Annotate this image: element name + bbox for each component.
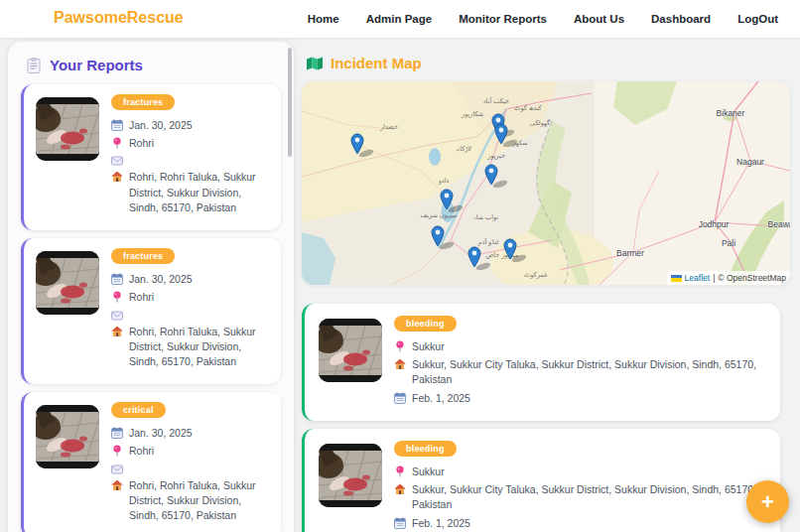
- detail-row: Jan. 30, 2025: [111, 118, 271, 133]
- incident-map-panel: Incident Map: [302, 42, 800, 532]
- detail-row: Sukkur, Sukkur City Taluka, Sukkur Distr…: [394, 357, 766, 387]
- detail-row: Jan. 30, 2025: [111, 272, 271, 287]
- house-icon: [394, 483, 406, 495]
- report-city: Rohri: [129, 444, 154, 459]
- detail-row: Feb. 1, 2025: [394, 516, 766, 531]
- detail-row: Rohri: [111, 136, 271, 151]
- map-marker-icon[interactable]: [440, 189, 466, 212]
- report-address: Rohri, Rohri Taluka, Sukkur District, Su…: [129, 170, 271, 215]
- incidents-list: bleedingSukkurSukkur, Sukkur City Taluka…: [302, 304, 780, 532]
- incident-city: Sukkur: [412, 339, 445, 354]
- leaflet-link[interactable]: Leaflet: [685, 273, 711, 283]
- report-address: Rohri, Rohri Taluka, Sukkur District, Su…: [129, 478, 271, 524]
- clipboard-icon: [26, 58, 42, 73]
- calendar-icon: [111, 119, 123, 131]
- nav-item-logout[interactable]: LogOut: [737, 13, 778, 25]
- incident-address: Sukkur, Sukkur City Taluka, Sukkur Distr…: [412, 482, 766, 512]
- report-address: Rohri, Rohri Taluka, Sukkur District, Su…: [129, 325, 271, 370]
- nav-item-monitor-reports[interactable]: Monitor Reports: [459, 13, 547, 25]
- detail-row: Rohri, Rohri Taluka, Sukkur District, Su…: [111, 325, 271, 370]
- report-card[interactable]: fracturesJan. 30, 2025RohriRohri, Rohri …: [21, 84, 281, 230]
- incident-card[interactable]: bleedingSukkurSukkur, Sukkur City Taluka…: [302, 429, 780, 532]
- mail-icon: [111, 155, 123, 167]
- detail-row: Rohri, Rohri Taluka, Sukkur District, Su…: [111, 170, 271, 215]
- pin-icon: [394, 340, 406, 352]
- detail-row: Rohri, Rohri Taluka, Sukkur District, Su…: [111, 478, 271, 524]
- detail-row: [111, 154, 271, 167]
- detail-row: Rohri: [111, 290, 271, 305]
- house-icon: [394, 358, 406, 370]
- status-badge: bleeding: [394, 316, 457, 332]
- your-reports-label: Your Reports: [50, 57, 143, 73]
- calendar-icon: [394, 392, 406, 404]
- brand-logo[interactable]: PawsomeRescue: [54, 9, 184, 27]
- openstreetmap-link[interactable]: © OpenStreetMap: [718, 273, 786, 283]
- status-badge: bleeding: [394, 441, 457, 457]
- report-card[interactable]: criticalJan. 30, 2025RohriRohri, Rohri T…: [21, 392, 281, 532]
- card-details: fracturesJan. 30, 2025RohriRohri, Rohri …: [111, 248, 271, 372]
- nav-item-about-us[interactable]: About Us: [574, 13, 624, 25]
- detail-row: Sukkur: [394, 339, 766, 354]
- detail-row: [111, 309, 271, 322]
- nav-item-admin-page[interactable]: Admin Page: [366, 13, 432, 25]
- report-city: Rohri: [129, 136, 154, 151]
- incident-date: Feb. 1, 2025: [412, 516, 470, 531]
- incident-address: Sukkur, Sukkur City Taluka, Sukkur Distr…: [412, 357, 766, 387]
- incident-card[interactable]: bleedingSukkurSukkur, Sukkur City Taluka…: [302, 304, 780, 421]
- pin-icon: [111, 291, 123, 303]
- your-reports-title: Your Reports: [26, 57, 294, 73]
- incident-city: Sukkur: [412, 465, 445, 479]
- left-panel-scrollbar[interactable]: [288, 48, 292, 157]
- detail-row: Rohri: [111, 444, 271, 459]
- your-reports-panel: Your Reports fracturesJan. 30, 2025Rohri…: [8, 42, 294, 532]
- report-date: Jan. 30, 2025: [129, 272, 193, 287]
- report-card[interactable]: fracturesJan. 30, 2025RohriRohri, Rohri …: [21, 238, 281, 384]
- map-marker-icon[interactable]: [350, 133, 376, 157]
- map-marker-icon[interactable]: [484, 164, 510, 188]
- report-date: Jan. 30, 2025: [129, 118, 193, 133]
- detail-row: Jan. 30, 2025: [111, 426, 271, 441]
- map-marker-icon[interactable]: [467, 246, 493, 270]
- leaflet-map[interactable]: جیکب آبادکندھ کوٹگھوٹکیشکارپورخضدارسکھرل…: [302, 81, 790, 285]
- attribution-divider: |: [713, 273, 715, 283]
- pin-icon: [111, 137, 123, 149]
- animal-photo: [36, 251, 99, 315]
- animal-photo: [319, 444, 382, 507]
- add-report-fab[interactable]: +: [746, 480, 789, 523]
- status-badge: fractures: [111, 94, 175, 110]
- report-city: Rohri: [129, 290, 154, 305]
- house-icon: [111, 171, 123, 183]
- report-date: Jan. 30, 2025: [129, 426, 193, 441]
- animal-photo: [319, 319, 382, 382]
- map-attribution: Leaflet | © OpenStreetMap: [667, 271, 790, 285]
- card-details: criticalJan. 30, 2025RohriRohri, Rohri T…: [111, 402, 271, 526]
- mail-icon: [111, 464, 123, 475]
- top-navbar: PawsomeRescue HomeAdmin PageMonitor Repo…: [0, 0, 800, 38]
- detail-row: Sukkur: [394, 465, 766, 479]
- status-badge: critical: [111, 402, 166, 418]
- nav-item-home[interactable]: Home: [308, 13, 339, 25]
- calendar-icon: [394, 517, 406, 529]
- detail-row: Sukkur, Sukkur City Taluka, Sukkur Distr…: [394, 482, 766, 512]
- ukraine-flag-icon: [671, 275, 682, 282]
- mail-icon: [111, 310, 123, 322]
- map-marker-icon[interactable]: [431, 225, 457, 249]
- map-marker-icon[interactable]: [503, 238, 529, 262]
- map-icon: [307, 57, 323, 70]
- pin-icon: [111, 445, 123, 457]
- map-tiles: [302, 81, 790, 285]
- incident-date: Feb. 1, 2025: [412, 391, 470, 406]
- nav-item-dashboard[interactable]: Dashboard: [651, 13, 711, 25]
- card-details: bleedingSukkurSukkur, Sukkur City Taluka…: [394, 441, 766, 532]
- pin-icon: [394, 466, 406, 477]
- animal-photo: [36, 405, 99, 468]
- detail-row: [111, 463, 271, 475]
- house-icon: [111, 326, 123, 337]
- house-icon: [111, 479, 123, 491]
- map-marker-icon[interactable]: [494, 123, 520, 147]
- card-details: bleedingSukkurSukkur, Sukkur City Taluka…: [394, 316, 766, 409]
- status-badge: fractures: [111, 248, 175, 264]
- detail-row: Feb. 1, 2025: [394, 391, 766, 406]
- incident-map-label: Incident Map: [331, 55, 422, 71]
- incident-map-title: Incident Map: [307, 55, 800, 71]
